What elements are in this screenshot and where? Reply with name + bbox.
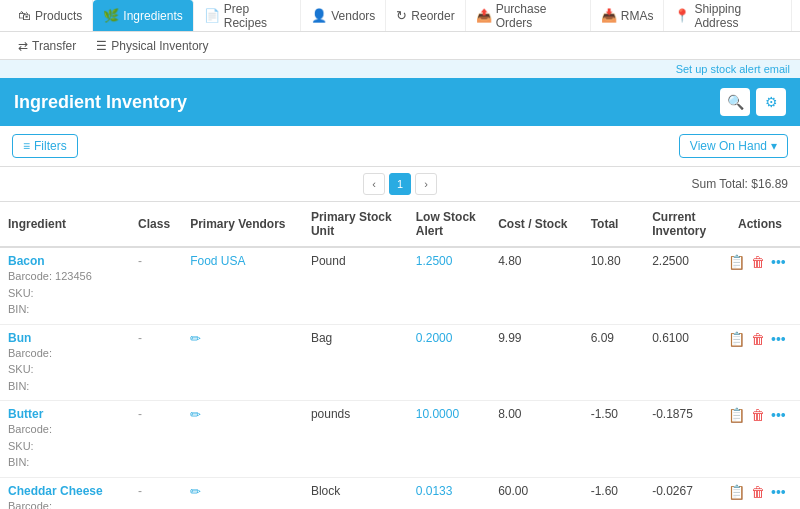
- delete-icon[interactable]: 🗑: [751, 254, 765, 270]
- prep-recipes-icon: 📄: [204, 8, 220, 23]
- ingredient-name[interactable]: Bacon: [8, 254, 45, 268]
- copy-icon[interactable]: 📋: [728, 407, 745, 423]
- edit-vendor-icon[interactable]: ✏: [190, 407, 201, 422]
- current-inventory-value: -0.1875: [652, 407, 693, 421]
- nav-label-prep-recipes: Prep Recipes: [224, 2, 291, 30]
- action-icons: 📋 🗑 •••: [728, 254, 792, 270]
- nav-label-reorder: Reorder: [411, 9, 454, 23]
- rmas-icon: 📥: [601, 8, 617, 23]
- class-value: -: [138, 484, 142, 498]
- low-stock-value[interactable]: 0.2000: [416, 331, 453, 345]
- more-options-icon[interactable]: •••: [771, 331, 786, 347]
- filters-button[interactable]: ≡ Filters: [12, 134, 78, 158]
- pagination-bar: ‹ 1 › Sum Total: $16.89: [0, 167, 800, 202]
- page-header: Ingredient Inventory 🔍 ⚙: [0, 78, 800, 126]
- more-options-icon[interactable]: •••: [771, 254, 786, 270]
- low-stock-cell[interactable]: 0.0133: [408, 477, 490, 509]
- copy-icon[interactable]: 📋: [728, 484, 745, 500]
- nav-item-shipping-address[interactable]: 📍 Shipping Address: [664, 0, 792, 31]
- nav-item-purchase-orders[interactable]: 📤 Purchase Orders: [466, 0, 591, 31]
- unit-value: Block: [311, 484, 340, 498]
- actions-cell: 📋 🗑 •••: [720, 477, 800, 509]
- action-icons: 📋 🗑 •••: [728, 484, 792, 500]
- inventory-table-container: Ingredient Class Primary Vendors Primary…: [0, 202, 800, 509]
- nav-item-products[interactable]: 🛍 Products: [8, 0, 93, 31]
- ingredient-name[interactable]: Bun: [8, 331, 31, 345]
- ingredient-name[interactable]: Cheddar Cheese: [8, 484, 103, 498]
- nav-label-ingredients: Ingredients: [123, 9, 182, 23]
- nav-item-prep-recipes[interactable]: 📄 Prep Recipes: [194, 0, 302, 31]
- copy-icon[interactable]: 📋: [728, 254, 745, 270]
- sub-nav-physical-inventory[interactable]: ☰ Physical Inventory: [86, 32, 218, 59]
- vendor-cell: ✏: [182, 401, 303, 478]
- delete-icon[interactable]: 🗑: [751, 484, 765, 500]
- nav-item-reorder[interactable]: ↻ Reorder: [386, 0, 465, 31]
- ingredient-cell: Bun Barcode: SKU: BIN:: [0, 324, 130, 401]
- total-cell: 10.80: [583, 247, 644, 324]
- next-page-button[interactable]: ›: [415, 173, 437, 195]
- settings-button[interactable]: ⚙: [756, 88, 786, 116]
- class-value: -: [138, 254, 142, 268]
- low-stock-cell[interactable]: 0.2000: [408, 324, 490, 401]
- copy-icon[interactable]: 📋: [728, 331, 745, 347]
- filters-label: Filters: [34, 139, 67, 153]
- col-header-actions: Actions: [720, 202, 800, 247]
- more-options-icon[interactable]: •••: [771, 407, 786, 423]
- col-header-current-inventory: CurrentInventory: [644, 202, 720, 247]
- nav-label-products: Products: [35, 9, 82, 23]
- current-inventory-value: -0.0267: [652, 484, 693, 498]
- vendor-cell: ✏: [182, 477, 303, 509]
- col-header-total: Total: [583, 202, 644, 247]
- col-header-ingredient: Ingredient: [0, 202, 130, 247]
- unit-value: Bag: [311, 331, 332, 345]
- ingredient-name[interactable]: Butter: [8, 407, 43, 421]
- current-inventory-value: 0.6100: [652, 331, 689, 345]
- low-stock-value[interactable]: 0.0133: [416, 484, 453, 498]
- table-row: Bun Barcode: SKU: BIN: -✏Bag0.20009.996.…: [0, 324, 800, 401]
- class-cell: -: [130, 247, 182, 324]
- prev-page-button[interactable]: ‹: [363, 173, 385, 195]
- low-stock-cell[interactable]: 1.2500: [408, 247, 490, 324]
- cost-value: 4.80: [498, 254, 521, 268]
- more-options-icon[interactable]: •••: [771, 484, 786, 500]
- class-cell: -: [130, 324, 182, 401]
- low-stock-value[interactable]: 1.2500: [416, 254, 453, 268]
- edit-vendor-icon[interactable]: ✏: [190, 331, 201, 346]
- current-inventory-cell: 2.2500: [644, 247, 720, 324]
- ingredient-cell: Butter Barcode: SKU: BIN:: [0, 401, 130, 478]
- reorder-icon: ↻: [396, 8, 407, 23]
- shipping-icon: 📍: [674, 8, 690, 23]
- cost-cell: 4.80: [490, 247, 583, 324]
- products-icon: 🛍: [18, 8, 31, 23]
- unit-cell: Pound: [303, 247, 408, 324]
- cost-value: 8.00: [498, 407, 521, 421]
- nav-item-rmas[interactable]: 📥 RMAs: [591, 0, 665, 31]
- action-icons: 📋 🗑 •••: [728, 407, 792, 423]
- class-value: -: [138, 331, 142, 345]
- page-title: Ingredient Inventory: [14, 92, 187, 113]
- sub-nav-transfer[interactable]: ⇄ Transfer: [8, 32, 86, 59]
- view-on-hand-button[interactable]: View On Hand ▾: [679, 134, 788, 158]
- current-page-button[interactable]: 1: [389, 173, 411, 195]
- vendor-cell[interactable]: Food USA: [182, 247, 303, 324]
- sub-navigation: ⇄ Transfer ☰ Physical Inventory: [0, 32, 800, 60]
- alert-link-bar[interactable]: Set up stock alert email: [0, 60, 800, 78]
- vendor-link[interactable]: Food USA: [190, 254, 245, 268]
- nav-item-ingredients[interactable]: 🌿 Ingredients: [93, 0, 193, 31]
- col-header-class: Class: [130, 202, 182, 247]
- actions-cell: 📋 🗑 •••: [720, 401, 800, 478]
- delete-icon[interactable]: 🗑: [751, 331, 765, 347]
- unit-cell: Block: [303, 477, 408, 509]
- sum-total: Sum Total: $16.89: [437, 177, 788, 191]
- total-cell: -1.60: [583, 477, 644, 509]
- low-stock-cell[interactable]: 10.0000: [408, 401, 490, 478]
- header-actions: 🔍 ⚙: [720, 88, 786, 116]
- low-stock-value[interactable]: 10.0000: [416, 407, 459, 421]
- search-button[interactable]: 🔍: [720, 88, 750, 116]
- current-inventory-cell: -0.0267: [644, 477, 720, 509]
- delete-icon[interactable]: 🗑: [751, 407, 765, 423]
- total-value: 6.09: [591, 331, 614, 345]
- edit-vendor-icon[interactable]: ✏: [190, 484, 201, 499]
- nav-label-rmas: RMAs: [621, 9, 654, 23]
- nav-item-vendors[interactable]: 👤 Vendors: [301, 0, 386, 31]
